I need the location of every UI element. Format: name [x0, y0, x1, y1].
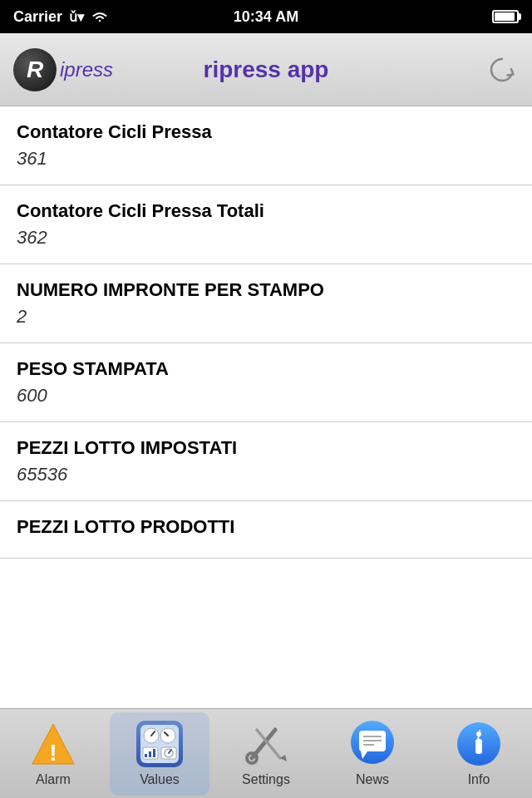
item-label: Contatore Cicli Pressa — [17, 121, 515, 143]
item-value: 600 — [17, 385, 515, 406]
logo: R ipress — [13, 48, 113, 91]
svg-rect-9 — [145, 754, 147, 757]
news-icon-container — [349, 721, 396, 767]
svg-point-27 — [476, 732, 481, 736]
svg-line-17 — [257, 730, 280, 758]
item-label: PESO STAMPATA — [17, 358, 515, 380]
info-icon: i — [456, 721, 502, 767]
item-label: Contatore Cicli Pressa Totali — [17, 200, 515, 222]
list-item: PESO STAMPATA 600 — [0, 343, 532, 422]
tab-info-label: Info — [468, 772, 490, 787]
svg-rect-11 — [153, 749, 155, 757]
list-item: NUMERO IMPRONTE PER STAMPO 2 — [0, 264, 532, 343]
svg-rect-28 — [475, 739, 482, 754]
logo-r-letter: R — [27, 57, 43, 83]
svg-marker-18 — [280, 755, 287, 761]
app-header: R ipress ripress app — [0, 33, 532, 106]
item-value: 361 — [17, 148, 515, 170]
item-value: 65536 — [17, 464, 515, 485]
tab-news-label: News — [356, 772, 389, 787]
item-value: 362 — [17, 227, 515, 249]
tab-values[interactable]: Values — [110, 712, 209, 796]
settings-icon — [244, 722, 288, 766]
item-label: PEZZI LOTTO PRODOTTI — [17, 516, 515, 538]
logo-text: ipress — [60, 58, 113, 81]
list-item: PEZZI LOTTO IMPOSTATI 65536 — [0, 422, 532, 501]
item-value: 2 — [17, 306, 515, 328]
list-item: Contatore Cicli Pressa 361 — [0, 106, 532, 185]
alarm-icon: ! — [31, 722, 76, 766]
battery-icon — [492, 10, 519, 23]
tab-values-label: Values — [140, 772, 180, 787]
svg-rect-10 — [149, 751, 151, 757]
item-label: NUMERO IMPRONTE PER STAMPO — [17, 279, 515, 301]
tab-alarm[interactable]: ! Alarm — [3, 712, 103, 796]
values-icon — [136, 721, 183, 767]
refresh-icon — [488, 56, 516, 84]
app-title: ripress app — [204, 57, 329, 83]
tab-settings-label: Settings — [242, 772, 290, 787]
content-list: Contatore Cicli Pressa 361 Contatore Cic… — [0, 106, 532, 708]
svg-text:!: ! — [49, 740, 57, 766]
logo-circle: R — [13, 48, 57, 91]
refresh-button[interactable] — [485, 53, 519, 86]
carrier-label: Carrier — [13, 8, 62, 26]
wifi-icon — [91, 10, 109, 23]
settings-icon-container — [243, 721, 289, 767]
tab-alarm-label: Alarm — [36, 772, 71, 787]
list-item: PEZZI LOTTO PRODOTTI — [0, 501, 532, 559]
alarm-icon-container: ! — [30, 721, 76, 767]
list-item: Contatore Cicli Pressa Totali 362 — [0, 185, 532, 264]
status-carrier: Carrier ǔ▾ — [13, 8, 109, 26]
values-icon-container — [136, 721, 183, 767]
tab-news[interactable]: News — [323, 712, 422, 796]
tab-settings[interactable]: Settings — [216, 712, 316, 796]
tab-bar: ! Alarm — [0, 708, 532, 798]
status-battery — [492, 10, 519, 23]
status-bar: Carrier ǔ▾ 10:34 AM — [0, 0, 532, 33]
wifi-icon: ǔ▾ — [69, 9, 84, 25]
info-icon-container: i — [456, 721, 502, 767]
item-label: PEZZI LOTTO IMPOSTATI — [17, 437, 515, 459]
status-time: 10:34 AM — [234, 8, 298, 26]
news-icon — [349, 721, 396, 767]
tab-info[interactable]: i Info — [429, 712, 529, 796]
